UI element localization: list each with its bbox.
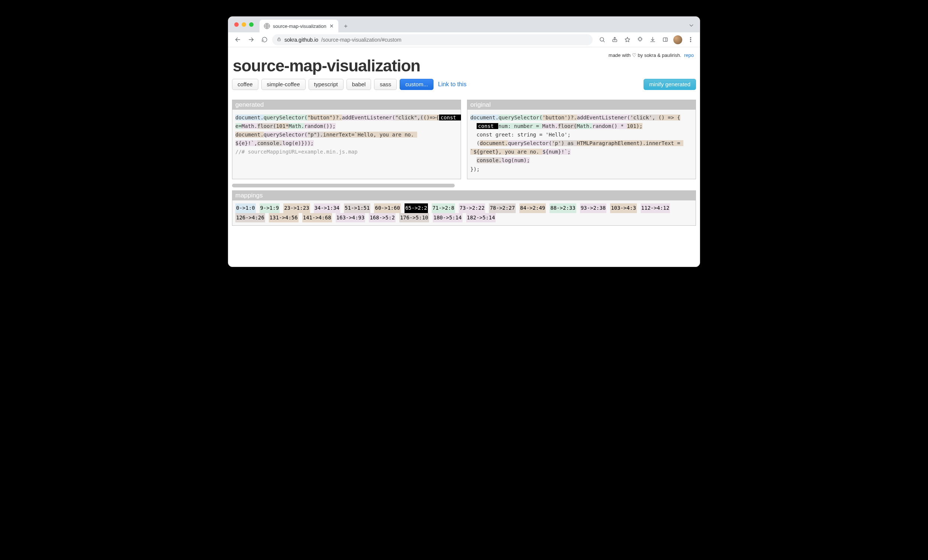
mapping-item[interactable]: 9->1:9 bbox=[259, 203, 280, 213]
maximize-window-button[interactable] bbox=[249, 22, 253, 27]
code-token[interactable]: e= bbox=[235, 123, 242, 129]
mapping-item[interactable]: 78->2:27 bbox=[489, 203, 515, 213]
close-window-button[interactable] bbox=[234, 22, 239, 27]
custom-button[interactable]: custom... bbox=[400, 79, 433, 90]
code-token[interactable]: "p"). bbox=[307, 132, 323, 137]
mapping-item[interactable]: 112->4:12 bbox=[641, 203, 670, 213]
mapping-item[interactable]: 73->2:22 bbox=[459, 203, 485, 213]
coffee-button[interactable]: coffee bbox=[232, 79, 258, 90]
code-token[interactable]: ()=>{ bbox=[423, 114, 439, 121]
profile-avatar[interactable] bbox=[672, 34, 683, 45]
mapping-item[interactable]: 60->1:60 bbox=[374, 203, 400, 213]
close-tab-button[interactable]: ✕ bbox=[330, 23, 334, 29]
mapping-item[interactable]: 51->1:51 bbox=[344, 203, 370, 213]
mapping-item[interactable]: 141->4:68 bbox=[302, 213, 332, 223]
code-token[interactable]: `${greet}, you are no. bbox=[470, 149, 542, 155]
repo-link[interactable]: repo bbox=[684, 52, 694, 58]
typescript-button[interactable]: typescript bbox=[308, 79, 343, 90]
code-token[interactable]: }); bbox=[470, 166, 479, 172]
code-token[interactable]: random() * bbox=[592, 123, 627, 129]
code-token[interactable]: ${ bbox=[235, 140, 242, 146]
code-token[interactable]: Math. bbox=[288, 123, 304, 129]
back-button[interactable] bbox=[232, 34, 243, 45]
new-tab-button[interactable]: ＋ bbox=[340, 21, 351, 31]
mapping-item[interactable]: 131->4:56 bbox=[269, 213, 299, 223]
simple-coffee-button[interactable]: simple-coffee bbox=[261, 79, 305, 90]
code-token[interactable]: addEventListener( bbox=[342, 114, 395, 121]
code-token[interactable]: floor( bbox=[558, 123, 577, 129]
horizontal-scrollbar[interactable] bbox=[232, 183, 696, 188]
mapping-item[interactable]: 84->2:49 bbox=[519, 203, 546, 213]
code-token[interactable] bbox=[470, 123, 477, 129]
code-token[interactable]: console. bbox=[257, 140, 282, 146]
code-token[interactable]: document. bbox=[470, 114, 499, 121]
code-token[interactable]: innerText= bbox=[323, 132, 354, 137]
code-token[interactable]: 'p') as bbox=[552, 140, 577, 146]
code-token[interactable]: document. bbox=[235, 132, 264, 137]
code-token[interactable]: num}!`; bbox=[549, 149, 571, 155]
mapping-item[interactable]: 163->4:93 bbox=[336, 213, 365, 223]
browser-tab[interactable]: source-map-visualization ✕ bbox=[259, 20, 338, 32]
forward-button[interactable] bbox=[246, 34, 256, 45]
code-token[interactable]: Math. bbox=[577, 123, 592, 129]
code-token[interactable]: 'click', bbox=[630, 114, 658, 121]
generated-code[interactable]: document.querySelector("button")?.addEve… bbox=[232, 110, 461, 162]
code-token[interactable] bbox=[336, 123, 339, 129]
code-token[interactable]: e)})); bbox=[295, 140, 314, 146]
code-token[interactable]: num: number = bbox=[498, 123, 542, 129]
code-token[interactable]: num); bbox=[514, 157, 530, 163]
code-token[interactable]: , bbox=[254, 140, 257, 146]
sass-button[interactable]: sass bbox=[374, 79, 397, 90]
tabs-menu-button[interactable] bbox=[688, 22, 694, 30]
code-token[interactable]: document. bbox=[235, 114, 264, 121]
mapping-item[interactable]: 23->1:23 bbox=[283, 203, 310, 213]
code-token[interactable]: "button")?. bbox=[307, 114, 342, 121]
code-token[interactable]: random()); bbox=[304, 123, 335, 129]
code-token[interactable]: console. bbox=[477, 157, 502, 163]
mapping-item[interactable]: 126->4:26 bbox=[235, 213, 265, 223]
mapping-item[interactable]: 176->5:10 bbox=[399, 213, 429, 223]
address-bar[interactable]: sokra.github.io/source-map-visualization… bbox=[272, 34, 593, 45]
link-to-this[interactable]: Link to this bbox=[438, 81, 466, 88]
code-token[interactable]: HTMLParagraphElement). bbox=[577, 140, 646, 146]
mappings-list[interactable]: 0->1:09->1:923->1:2334->1:3451->1:5160->… bbox=[232, 200, 696, 226]
mapping-item[interactable]: 71->2:8 bbox=[432, 203, 455, 213]
code-token[interactable]: querySelector( bbox=[499, 114, 542, 121]
code-token[interactable]: floor( bbox=[257, 123, 276, 129]
code-token[interactable]: const bbox=[477, 123, 499, 129]
code-token[interactable]: Math. bbox=[242, 123, 257, 129]
code-token[interactable]: log( bbox=[282, 140, 295, 146]
mapping-item[interactable]: 180->5:14 bbox=[433, 213, 462, 223]
minimize-window-button[interactable] bbox=[242, 22, 246, 27]
code-token[interactable]: querySelector( bbox=[508, 140, 552, 146]
code-token[interactable]: querySelector( bbox=[264, 132, 307, 137]
mapping-item[interactable]: 103->4:3 bbox=[610, 203, 636, 213]
code-token[interactable]: `Hello, you are no. bbox=[354, 132, 417, 137]
code-token[interactable]: const greet: string = 'Hello'; bbox=[470, 132, 571, 137]
share-icon[interactable] bbox=[609, 34, 620, 45]
code-token[interactable]: 101); bbox=[627, 123, 643, 129]
kebab-menu-icon[interactable] bbox=[685, 34, 696, 45]
code-token[interactable]: 'button')?. bbox=[542, 114, 577, 121]
minify-generated-button[interactable]: minify generated bbox=[644, 79, 696, 90]
mapping-item[interactable]: 0->1:0 bbox=[235, 203, 256, 213]
code-token[interactable]: 101* bbox=[276, 123, 289, 129]
code-token[interactable]: addEventListener( bbox=[577, 114, 630, 121]
reload-button[interactable] bbox=[259, 34, 270, 45]
code-token[interactable]: querySelector( bbox=[264, 114, 307, 121]
downloads-icon[interactable] bbox=[647, 34, 658, 45]
code-token[interactable]: ${ bbox=[542, 149, 549, 155]
mapping-item[interactable]: 34->1:34 bbox=[314, 203, 340, 213]
extensions-icon[interactable] bbox=[634, 34, 646, 45]
code-token[interactable]: ( bbox=[470, 140, 479, 146]
code-token[interactable]: e}!` bbox=[242, 140, 254, 146]
side-panel-icon[interactable] bbox=[659, 34, 671, 45]
mapping-item[interactable]: 182->5:14 bbox=[466, 213, 496, 223]
mapping-item[interactable]: 88->2:33 bbox=[549, 203, 576, 213]
code-token[interactable]: "click",( bbox=[395, 114, 423, 121]
code-token[interactable] bbox=[470, 157, 477, 163]
babel-button[interactable]: babel bbox=[346, 79, 371, 90]
bookmark-star-icon[interactable] bbox=[622, 34, 633, 45]
code-token[interactable]: document. bbox=[479, 140, 508, 146]
code-token[interactable]: const bbox=[439, 114, 461, 121]
